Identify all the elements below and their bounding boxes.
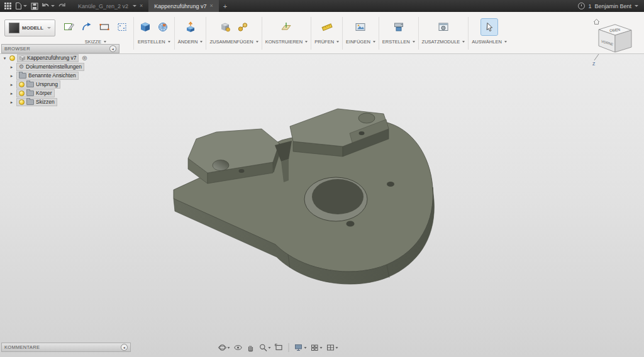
- model-small-hole[interactable]: [359, 131, 365, 135]
- tree-row-dokumenteinstellungen[interactable]: ▸ ⚙ Dokumenteinstellungen: [2, 62, 147, 71]
- model-small-hole[interactable]: [239, 169, 245, 173]
- display-settings-icon[interactable]: [292, 342, 309, 353]
- tree-root-label: Kappenzuführung v7: [27, 55, 76, 61]
- insert-canvas-icon[interactable]: [352, 19, 369, 35]
- rectangle-sketch-icon[interactable]: [96, 19, 113, 35]
- toolbar-divider: [206, 17, 206, 50]
- comments-panel-header[interactable]: KOMMENTARE ◂: [1, 343, 131, 352]
- press-pull-icon[interactable]: [182, 19, 199, 35]
- toolbar-menu-zusatzmodule[interactable]: ZUSATZMODULE: [422, 39, 465, 45]
- tree-expand-icon[interactable]: ▸: [9, 65, 14, 69]
- select-tool-icon[interactable]: [481, 19, 497, 35]
- chevron-down-icon: [462, 41, 465, 43]
- toolbar-menu-zusammenfuegen[interactable]: ZUSAMMENFÜGEN: [209, 39, 258, 45]
- chevron-down-icon: [413, 41, 415, 43]
- undo-icon[interactable]: [42, 0, 55, 12]
- model-left-block-hole[interactable]: [213, 160, 229, 171]
- group-label: ERSTELLEN: [382, 39, 410, 45]
- file-menu-icon[interactable]: [15, 0, 27, 12]
- app-grid-icon[interactable]: [3, 0, 13, 12]
- component-cube-icon: [19, 55, 25, 61]
- tree-expand-icon[interactable]: ▾: [2, 56, 8, 60]
- job-status-icon[interactable]: [578, 3, 585, 9]
- toolbar-menu-konstruieren[interactable]: KONSTRUIEREN: [265, 39, 308, 45]
- extrude-icon[interactable]: [137, 19, 153, 35]
- look-at-icon[interactable]: [232, 342, 245, 353]
- visibility-bulb-icon[interactable]: [9, 55, 15, 61]
- tree-row-koerper[interactable]: ▸ Körper: [2, 89, 147, 97]
- create-form-icon[interactable]: [155, 19, 171, 35]
- toolbar-divider: [379, 17, 379, 50]
- model-right-block-scallop[interactable]: [358, 113, 375, 123]
- user-menu[interactable]: Benjamin Bent: [594, 3, 638, 9]
- tree-expand-icon[interactable]: ▸: [9, 100, 14, 104]
- measure-icon[interactable]: [319, 19, 335, 35]
- activate-component-icon[interactable]: ◎: [82, 55, 87, 61]
- tree-root-chip[interactable]: Kappenzuführung v7: [17, 54, 79, 62]
- viewports-icon[interactable]: [325, 342, 340, 353]
- group-label: AUSWÄHLEN: [472, 39, 502, 45]
- orbit-icon[interactable]: [216, 342, 232, 353]
- chevron-down-icon: [200, 41, 203, 43]
- tree-row-root[interactable]: ▾ Kappenzuführung v7 ◎: [2, 53, 147, 62]
- tree-item-chip[interactable]: Skizzen: [16, 98, 57, 106]
- expand-panel-icon[interactable]: ◂: [121, 344, 128, 351]
- joint-icon[interactable]: [235, 19, 251, 35]
- visibility-bulb-icon[interactable]: [19, 91, 25, 96]
- model-center-hole[interactable]: [312, 179, 364, 214]
- chevron-down-icon: [305, 41, 308, 43]
- model-small-hole[interactable]: [347, 221, 355, 227]
- toolbar-menu-auswaehlen[interactable]: AUSWÄHLEN: [472, 39, 507, 45]
- tree-row-ursprung[interactable]: ▸ Ursprung: [2, 80, 147, 89]
- new-tab-button[interactable]: +: [219, 0, 231, 12]
- toolbar-menu-pruefen[interactable]: PRÜFEN: [314, 39, 339, 45]
- close-icon[interactable]: ×: [140, 3, 143, 9]
- add-ins-icon[interactable]: [435, 19, 452, 35]
- grid-layout-icon[interactable]: [309, 342, 325, 353]
- tree-expand-icon[interactable]: ▸: [9, 74, 14, 78]
- save-icon[interactable]: [30, 0, 39, 12]
- toolbar-divider: [174, 17, 175, 50]
- pan-hand-icon[interactable]: [245, 342, 257, 353]
- topbar: Kanüle_G_ren_2 v2 × Kappenzuführung v7 ×…: [0, 0, 644, 12]
- chevron-down-icon: [228, 347, 230, 349]
- zoom-icon[interactable]: [257, 342, 273, 353]
- tree-row-skizzen[interactable]: ▸ Skizzen: [2, 97, 147, 106]
- tab-caret-icon[interactable]: [133, 5, 136, 7]
- viewcube-home-icon[interactable]: [594, 19, 599, 25]
- gear-icon: ⚙: [19, 64, 24, 70]
- sketch-palette-icon[interactable]: [114, 19, 130, 35]
- toolbar-menu-aendern[interactable]: ÄNDERN: [178, 39, 203, 45]
- tree-item-chip[interactable]: ⚙ Dokumenteinstellungen: [16, 63, 84, 71]
- toolbar-menu-erstellen[interactable]: ERSTELLEN: [138, 39, 170, 45]
- document-tab-inactive[interactable]: Kanüle_G_ren_2 v2 ×: [72, 0, 148, 12]
- tree-item-chip[interactable]: Benannte Ansichten: [16, 72, 79, 80]
- close-icon[interactable]: ×: [209, 3, 213, 9]
- collapse-panel-icon[interactable]: ◂: [109, 45, 116, 52]
- group-label: ZUSAMMENFÜGEN: [209, 39, 253, 45]
- visibility-bulb-icon[interactable]: [19, 82, 25, 87]
- tree-expand-icon[interactable]: ▸: [9, 91, 14, 96]
- tree-expand-icon[interactable]: ▸: [9, 82, 14, 87]
- model-small-hole[interactable]: [387, 182, 394, 187]
- toolbar-menu-einfuegen[interactable]: EINFÜGEN: [346, 39, 375, 45]
- construction-plane-icon[interactable]: [278, 19, 294, 35]
- tree-row-benannte-ansichten[interactable]: ▸ Benannte Ansichten: [2, 71, 147, 80]
- project-geometry-icon[interactable]: [79, 19, 95, 35]
- redo-icon[interactable]: [57, 0, 67, 12]
- folder-icon: [26, 82, 34, 87]
- tree-item-chip[interactable]: Ursprung: [16, 80, 60, 89]
- visibility-bulb-icon[interactable]: [19, 99, 25, 105]
- fit-view-icon[interactable]: [273, 342, 286, 353]
- create-sketch-icon[interactable]: [61, 19, 77, 35]
- tree-item-chip[interactable]: Körper: [16, 89, 55, 97]
- group-label: ERSTELLEN: [138, 39, 165, 45]
- document-tab-active[interactable]: Kappenzuführung v7 ×: [148, 0, 218, 12]
- workspace-switcher[interactable]: MODELL: [4, 19, 55, 36]
- make-3d-print-icon[interactable]: [391, 19, 407, 35]
- toolbar-menu-erstellen-make[interactable]: ERSTELLEN: [382, 39, 415, 45]
- new-component-icon[interactable]: [217, 19, 233, 35]
- viewcube[interactable]: OBEN VORNE Z: [590, 15, 639, 70]
- browser-panel-header[interactable]: BROWSER ◂: [1, 44, 119, 53]
- comments-panel-title: KOMMENTARE: [4, 344, 121, 350]
